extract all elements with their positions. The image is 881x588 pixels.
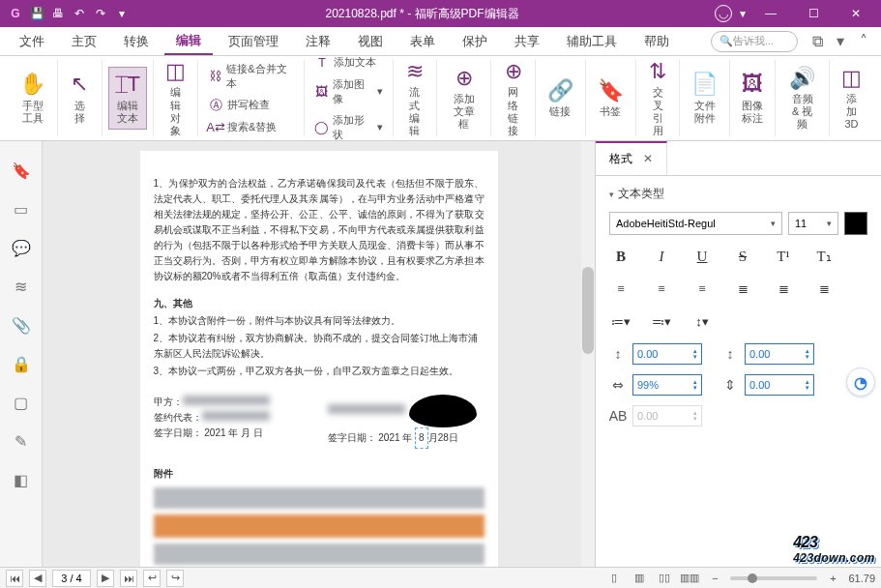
add-text-button[interactable]: T添加文本 — [310, 53, 387, 73]
superscript-button[interactable]: T¹ — [772, 245, 795, 268]
link-merge-text-button[interactable]: ⛓链接&合并文本 — [204, 60, 298, 93]
subscript-button[interactable]: T₁ — [812, 245, 836, 268]
next-page-button[interactable]: ▶ — [97, 570, 114, 587]
signatures-panel-icon[interactable]: ✎ — [12, 431, 31, 451]
single-page-view-button[interactable]: ▯ — [604, 570, 624, 587]
number-list-button[interactable]: ≕▾ — [650, 310, 673, 334]
char-spacing-control[interactable]: ↕0.00▴▾ — [609, 343, 702, 365]
redo-icon[interactable]: ↷ — [93, 6, 108, 21]
print-icon[interactable]: 🖶 — [50, 6, 66, 21]
menu-share[interactable]: 共享 — [503, 29, 551, 54]
menu-file[interactable]: 文件 — [8, 29, 56, 54]
pages-panel-icon[interactable]: ▭ — [12, 199, 31, 219]
line-spacing-control[interactable]: ↕0.00▴▾ — [721, 343, 814, 365]
doc-text[interactable]: 九、其他 — [154, 296, 485, 311]
date-edit-box[interactable]: 8 — [415, 427, 428, 449]
menu-home[interactable]: 主页 — [60, 29, 108, 54]
vertical-scrollbar[interactable] — [581, 141, 595, 567]
add-article-button[interactable]: ⊕添加 文章框 — [443, 62, 485, 135]
bold-button[interactable]: B — [609, 245, 632, 268]
save-icon[interactable]: 💾 — [29, 6, 44, 21]
edit-text-button[interactable]: ⌶T 编辑 文本 — [108, 67, 147, 130]
doc-text[interactable]: 2、本协议若有纠纷，双方协商解决。协商不成的，提交合同签订地上海市浦东新区人民法… — [154, 331, 485, 362]
menu-page-manage[interactable]: 页面管理 — [217, 29, 290, 54]
user-icon[interactable]: ◡ — [715, 5, 732, 22]
search-replace-button[interactable]: A⇄搜索&替换 — [204, 118, 298, 137]
page-number-input[interactable] — [52, 570, 91, 587]
ribbon-dropdown-icon[interactable]: ▾ — [831, 32, 850, 51]
add-image-button[interactable]: 🖼添加图像 ▾ — [310, 75, 387, 108]
menu-edit[interactable]: 编辑 — [164, 28, 213, 55]
continuous-view-button[interactable]: ▥ — [630, 570, 649, 587]
line-spacing-button[interactable]: ↕▾ — [690, 310, 714, 334]
align-justify-last-button[interactable]: ≣ — [772, 278, 795, 301]
menu-accessibility[interactable]: 辅助工具 — [555, 29, 629, 54]
menu-view[interactable]: 视图 — [346, 29, 395, 54]
add-3d-button[interactable]: ◫添加 3D — [836, 62, 867, 135]
close-button[interactable]: ✕ — [838, 0, 873, 27]
ribbon-collapse-icon[interactable]: ˄ — [854, 32, 873, 51]
audio-video-button[interactable]: 🔊音频 & 视频 — [781, 62, 823, 135]
close-panel-icon[interactable]: ✕ — [643, 152, 653, 165]
strikethrough-button[interactable]: S — [731, 245, 754, 268]
ribbon-options-icon[interactable]: ⧉ — [808, 32, 827, 51]
flow-edit-button[interactable]: ≋流式 编辑 — [399, 55, 431, 141]
help-bubble[interactable]: ◔ — [846, 368, 875, 397]
doc-text[interactable]: 附件 — [154, 466, 485, 482]
bookmark-button[interactable]: 🔖书签 — [592, 74, 630, 123]
zoom-slider[interactable] — [730, 576, 817, 580]
align-distribute-button[interactable]: ≣ — [812, 278, 836, 301]
align-left-button[interactable]: ≡ — [609, 278, 632, 301]
bullet-list-button[interactable]: ≔▾ — [609, 310, 632, 334]
layers-panel-icon[interactable]: ≋ — [12, 277, 31, 296]
qa-dropdown-icon[interactable]: ▾ — [114, 6, 130, 21]
attachments-panel-icon[interactable]: 📎 — [12, 315, 31, 335]
font-family-combo[interactable]: AdobeHeitiStd-Regul▾ — [609, 212, 782, 235]
app-logo-icon[interactable]: G — [8, 6, 23, 21]
link-button[interactable]: 🔗链接 — [542, 74, 579, 123]
horizontal-scale-control[interactable]: ⇔99%▴▾ — [609, 374, 702, 396]
font-color-swatch[interactable] — [844, 212, 867, 235]
baseline-shift-control[interactable]: ⇕0.00▴▾ — [721, 374, 814, 396]
undo-icon[interactable]: ↶ — [72, 6, 87, 21]
menu-convert[interactable]: 转换 — [112, 29, 161, 54]
align-justify-button[interactable]: ≣ — [731, 278, 754, 301]
minimize-button[interactable]: — — [753, 0, 788, 27]
text-type-section-title[interactable]: 文本类型 — [609, 186, 867, 202]
zoom-in-button[interactable]: + — [823, 570, 842, 587]
last-page-button[interactable]: ⏭ — [120, 570, 137, 587]
edit-object-button[interactable]: ◫ 编辑 对象 — [160, 55, 191, 141]
format-tab[interactable]: 格式 ✕ — [596, 141, 667, 175]
tags-panel-icon[interactable]: ◧ — [12, 470, 31, 489]
select-tool-button[interactable]: ↖ 选择 — [64, 68, 96, 129]
underline-button[interactable]: U — [690, 245, 714, 268]
zoom-out-button[interactable]: − — [705, 570, 724, 587]
align-right-button[interactable]: ≡ — [690, 278, 714, 301]
continuous-facing-view-button[interactable]: ▥▥ — [680, 570, 699, 587]
cross-ref-button[interactable]: ⇅交叉 引用 — [642, 55, 674, 141]
doc-text[interactable]: 3、本协议一式两份，甲乙双方各执一份，自甲乙双方盖章之日起生效。 — [154, 364, 485, 379]
align-center-button[interactable]: ≡ — [650, 278, 673, 301]
prev-page-button[interactable]: ◀ — [29, 570, 46, 587]
pdf-page[interactable]: 1、为保护双方的合法权益，乙方承诺确保我司及代表（包括但不限于股东、法定代表人、… — [140, 151, 498, 567]
image-annot-button[interactable]: 🖼图像 标注 — [736, 68, 769, 129]
facing-view-button[interactable]: ▯▯ — [655, 570, 674, 587]
comments-panel-icon[interactable]: 💬 — [12, 238, 31, 257]
zoom-slider-knob[interactable] — [748, 573, 757, 583]
fields-panel-icon[interactable]: ▢ — [12, 393, 31, 412]
spell-check-button[interactable]: Ⓐ拼写检查 — [204, 96, 298, 115]
first-page-button[interactable]: ⏮ — [6, 570, 23, 587]
bookmarks-panel-icon[interactable]: 🔖 — [12, 161, 31, 180]
menu-annotate[interactable]: 注释 — [294, 29, 342, 54]
hand-tool-button[interactable]: ✋ 手型 工具 — [14, 68, 51, 129]
tell-me-search[interactable]: 🔍 告诉我... — [711, 31, 798, 52]
menu-form[interactable]: 表单 — [398, 29, 447, 54]
back-view-button[interactable]: ↩ — [143, 570, 161, 587]
doc-text[interactable]: 1、为保护双方的合法权益，乙方承诺确保我司及代表（包括但不限于股东、法定代表人、… — [154, 176, 485, 284]
document-viewport[interactable]: 1、为保护双方的合法权益，乙方承诺确保我司及代表（包括但不限于股东、法定代表人、… — [43, 141, 595, 567]
doc-text[interactable]: 1、本协议含附件一份，附件与本协议具有同等法律效力。 — [154, 313, 485, 329]
user-dropdown-icon[interactable]: ▾ — [740, 7, 746, 20]
security-panel-icon[interactable]: 🔒 — [12, 354, 31, 373]
scrollbar-thumb[interactable] — [582, 267, 594, 354]
menu-help[interactable]: 帮助 — [632, 29, 681, 54]
